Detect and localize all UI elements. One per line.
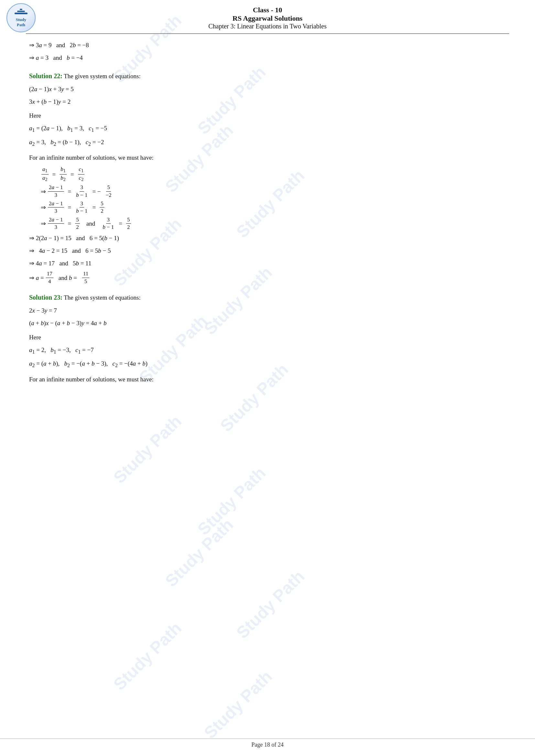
page-number: Page 18 of 24: [251, 742, 283, 748]
sol23-infinite-cond: For an infinite number of solutions, we …: [29, 374, 506, 385]
sol22-step2: ⇒ 2a − 1 3 = 3 b − 1 = 5 2: [41, 201, 506, 215]
sol22-step6: ⇒ 4a = 17 and 5b = 11: [29, 258, 506, 269]
frac-a1-a2: a1 a2: [42, 166, 48, 182]
page-header: Class - 10 RS Aggarwal Solutions Chapter…: [26, 0, 509, 34]
frac-5-2-d: 5 2: [126, 217, 131, 231]
frac-17-4: 17 4: [46, 271, 53, 285]
watermark-10: Study Path: [194, 463, 269, 539]
solution-22-intro: The given system of equations:: [64, 73, 140, 79]
watermark-11: Study Path: [161, 515, 237, 590]
logo-text: Study Path: [16, 17, 27, 27]
sol22-here: Here: [29, 110, 506, 121]
page: Study Path Study Path Study Path Study P…: [0, 0, 535, 756]
frac-3-b-1-c: 3 b − 1: [101, 217, 115, 231]
frac-5-2-b: 5 2: [99, 201, 104, 215]
watermark-9: Study Path: [110, 412, 185, 487]
chapter-label: Chapter 3: Linear Equations in Two Varia…: [26, 23, 509, 30]
sol22-step5: ⇒ 4a − 2 = 15 and 6 = 5b − 5: [29, 245, 506, 256]
sol22-step1: ⇒ 2a − 1 3 = 3 b − 1 = − 5 −2: [41, 184, 506, 199]
solution-22-header: Solution 22: The given system of equatio…: [29, 70, 506, 82]
solution-23-header: Solution 23: The given system of equatio…: [29, 292, 506, 303]
class-label: Class - 10: [26, 6, 509, 14]
frac-2a-1-3-c: 2a − 1 3: [48, 217, 64, 231]
watermark-13: Study Path: [110, 618, 185, 694]
frac-2a-1-3: 2a − 1 3: [48, 184, 64, 199]
frac-11-5: 11 5: [82, 271, 89, 285]
brand-label: RS Aggarwal Solutions: [26, 14, 509, 23]
watermark-12: Study Path: [233, 567, 308, 642]
sol22-step3: ⇒ 2a − 1 3 = 5 2 and 3 b − 1 = 5: [41, 217, 506, 231]
and-text-1: and: [86, 218, 95, 229]
sol22-vals2: a2 = 3, b2 = (b − 1), c2 = −2: [29, 137, 506, 148]
sol22-step7: ⇒ a = 17 4 and b = 11 5: [29, 271, 506, 285]
frac-5-neg2: 5 −2: [105, 184, 113, 199]
svg-rect-1: [17, 11, 25, 12]
frac-2a-1-3-b: 2a − 1 3: [48, 201, 64, 215]
sol23-vals2: a2 = (a + b), b2 = −(a + b − 3), c2 = −(…: [29, 358, 506, 370]
page-footer: Page 18 of 24: [0, 739, 535, 748]
svg-rect-0: [14, 13, 27, 14]
solution-23-label: Solution 23:: [29, 294, 62, 301]
intro-line-1: ⇒ 3a = 9 and 2b = −8: [29, 40, 506, 50]
sol22-vals1: a1 = (2a − 1), b1 = 3, c1 = −5: [29, 123, 506, 134]
sol22-eq1: (2a − 1)x + 3y = 5: [29, 84, 506, 94]
sol23-vals1: a1 = 2, b1 = −3, c1 = −7: [29, 344, 506, 356]
intro-block: ⇒ 3a = 9 and 2b = −8 ⇒ a = 3 and b = −4: [29, 40, 506, 63]
main-content: ⇒ 3a = 9 and 2b = −8 ⇒ a = 3 and b = −4 …: [26, 40, 509, 385]
sol23-eq1: 2x − 3y = 7: [29, 305, 506, 316]
sol22-frac-main: a1 a2 = b1 b2 = c1 c2: [41, 166, 506, 182]
sol23-here: Here: [29, 332, 506, 343]
frac-b1-b2: b1 b2: [60, 166, 67, 182]
frac-3-b-1-b: 3 b − 1: [75, 201, 88, 215]
sol22-infinite-cond: For an infinite number of solutions, we …: [29, 152, 506, 163]
sol22-step4: ⇒ 2(2a − 1) = 15 and 6 = 5(b − 1): [29, 233, 506, 243]
frac-3-b-1: 3 b − 1: [75, 184, 88, 199]
solution-23-block: Solution 23: The given system of equatio…: [29, 292, 506, 385]
watermark-14: Study Path: [200, 667, 276, 742]
solution-23-intro: The given system of equations:: [64, 294, 140, 301]
frac-5-2-c: 5 2: [75, 217, 80, 231]
svg-rect-2: [20, 9, 22, 10]
solution-22-label: Solution 22:: [29, 72, 62, 79]
sol22-eq2: 3x + (b − 1)y = 2: [29, 96, 506, 107]
frac-c1-c2: c1 c2: [78, 166, 85, 182]
intro-line-2: ⇒ a = 3 and b = −4: [29, 52, 506, 63]
solution-22-block: Solution 22: The given system of equatio…: [29, 70, 506, 285]
logo: Study Path: [7, 3, 36, 32]
sol23-eq2: (a + b)x − (a + b − 3)y = 4a + b: [29, 318, 506, 328]
